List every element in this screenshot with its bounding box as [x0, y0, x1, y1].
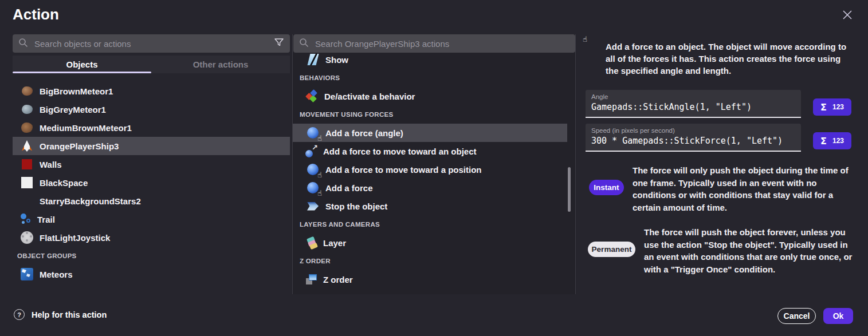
speed-expression-button[interactable]: Σ 123 — [813, 132, 851, 149]
action-label: Stop the object — [325, 201, 387, 211]
speed-input[interactable] — [591, 136, 795, 146]
layer-icon — [305, 236, 318, 249]
object-group-icon — [19, 267, 34, 282]
numbers-icon: 123 — [832, 103, 844, 111]
tab-objects-label: Objects — [66, 60, 97, 69]
add-force-icon — [305, 180, 320, 195]
speed-field-label: Speed (in pixels per second) — [591, 127, 795, 134]
ok-button[interactable]: Ok — [823, 308, 853, 324]
permanent-description: The force will push the object forever, … — [644, 226, 857, 275]
speed-field: Speed (in pixels per second) — [586, 124, 801, 152]
action-label: Add a force (angle) — [325, 128, 403, 138]
cancel-button[interactable]: Cancel — [777, 308, 816, 324]
object-list-item[interactable]: MediumBrownMeteor1 — [13, 118, 290, 137]
sigma-icon: Σ — [820, 102, 827, 113]
object-list-item[interactable]: FlatLightJoystick — [13, 228, 290, 247]
action-list-item[interactable]: Add a force to move toward a position — [293, 160, 567, 179]
permanent-badge: Permanent — [588, 242, 635, 257]
action-label: De/activate a behavior — [324, 92, 415, 101]
action-label: Add a force to move toward a position — [325, 165, 482, 175]
category-header: BEHAVIORS — [293, 69, 567, 87]
meteor-brown-icon — [19, 84, 34, 98]
actions-panel: Show BEHAVIORS De/activate a behavior MO… — [293, 34, 575, 294]
page-title: Action — [13, 6, 59, 23]
action-list-item[interactable]: Show — [293, 50, 567, 69]
panel-divider — [575, 34, 576, 294]
angle-field-label: Angle — [591, 93, 795, 100]
stop-object-icon — [305, 199, 320, 214]
action-list-item-selected[interactable]: Add a force (angle) — [293, 124, 567, 142]
red-square-icon — [19, 157, 34, 172]
close-icon — [842, 10, 853, 22]
object-list: BigBrownMeteor1 BigGreyMeteor1 MediumBro… — [13, 82, 290, 283]
instant-badge: Instant — [589, 180, 624, 195]
object-group-item[interactable]: Meteors — [13, 265, 290, 283]
move-toward-object-icon: ↗ — [305, 145, 318, 157]
object-list-item[interactable]: BigGreyMeteor1 — [13, 100, 290, 118]
add-force-icon — [305, 125, 320, 140]
action-list-item[interactable]: De/activate a behavior — [293, 87, 567, 105]
actions-search-bar — [293, 34, 575, 53]
numbers-icon: 123 — [832, 137, 844, 145]
actions-search-input[interactable] — [314, 38, 569, 49]
blank-icon — [19, 193, 34, 208]
help-icon: ? — [14, 309, 25, 320]
white-square-icon — [19, 175, 34, 190]
action-description: Add a force to an object. The object wil… — [606, 41, 855, 77]
tab-objects[interactable]: Objects — [13, 56, 151, 73]
tab-other-actions-label: Other actions — [193, 60, 249, 69]
instant-description: The force will only push the object duri… — [633, 164, 857, 214]
search-icon — [18, 38, 28, 50]
close-button[interactable] — [839, 8, 855, 24]
object-name: Trail — [37, 215, 55, 224]
angle-expression-button[interactable]: Σ 123 — [813, 98, 851, 116]
action-list-item[interactable]: Z order — [293, 270, 567, 288]
filter-icon[interactable] — [274, 37, 284, 50]
object-list-item[interactable]: BigBrownMeteor1 — [13, 82, 290, 100]
left-tabbar: Objects Other actions — [13, 56, 290, 73]
category-header: Z ORDER — [293, 252, 567, 270]
object-list-item[interactable]: Walls — [13, 155, 290, 173]
tab-other-actions[interactable]: Other actions — [151, 56, 290, 73]
action-list-item[interactable]: Add a force — [293, 179, 567, 197]
help-link[interactable]: ? Help for this action — [14, 309, 107, 320]
object-groups-header: OBJECT GROUPS — [13, 247, 290, 265]
action-label: Add a force — [325, 183, 373, 193]
meteor-brown-icon — [19, 120, 34, 135]
object-list-item[interactable]: BlackSpace — [13, 173, 290, 192]
help-label: Help for this action — [32, 310, 107, 319]
action-label: Layer — [323, 238, 346, 248]
object-name: BigGreyMeteor1 — [40, 105, 106, 114]
sigma-icon: Σ — [820, 136, 827, 147]
search-icon — [299, 38, 309, 50]
object-list-item[interactable]: Trail — [13, 210, 290, 228]
move-toward-position-icon — [305, 162, 320, 177]
action-list-item[interactable]: Stop the object — [293, 197, 567, 215]
action-label: Add a force to move toward an object — [323, 147, 477, 156]
objects-search-input[interactable] — [33, 38, 269, 49]
objects-search-bar — [13, 34, 290, 53]
z-order-icon — [305, 273, 318, 286]
category-header: MOVEMENT USING FORCES — [293, 105, 567, 124]
object-name: Walls — [40, 160, 62, 169]
object-name: FlatLightJoystick — [40, 233, 110, 243]
trail-particles-icon — [19, 213, 32, 226]
action-label: Z order — [323, 275, 353, 284]
action-label: Show — [325, 55, 348, 65]
joystick-icon — [19, 230, 34, 245]
scrollbar-thumb[interactable] — [568, 167, 571, 212]
action-list-item[interactable]: Layer — [293, 234, 567, 252]
object-name: StarryBackgroundStars2 — [40, 196, 141, 206]
action-list-item[interactable]: ↗ Add a force to move toward an object — [293, 142, 567, 160]
show-icon — [305, 52, 320, 67]
object-name: MediumBrownMeteor1 — [40, 123, 132, 133]
object-name: OrangePlayerShip3 — [40, 141, 119, 151]
category-header: LAYERS AND CAMERAS — [293, 215, 567, 234]
object-list-item[interactable]: StarryBackgroundStars2 — [13, 192, 290, 210]
angle-input[interactable] — [591, 102, 795, 112]
object-list-item-selected[interactable]: OrangePlayerShip3 — [13, 137, 290, 155]
rocket-ship-icon — [19, 139, 34, 153]
behavior-icon — [305, 89, 319, 103]
angle-field: Angle — [586, 90, 801, 118]
object-name: BlackSpace — [40, 178, 88, 188]
